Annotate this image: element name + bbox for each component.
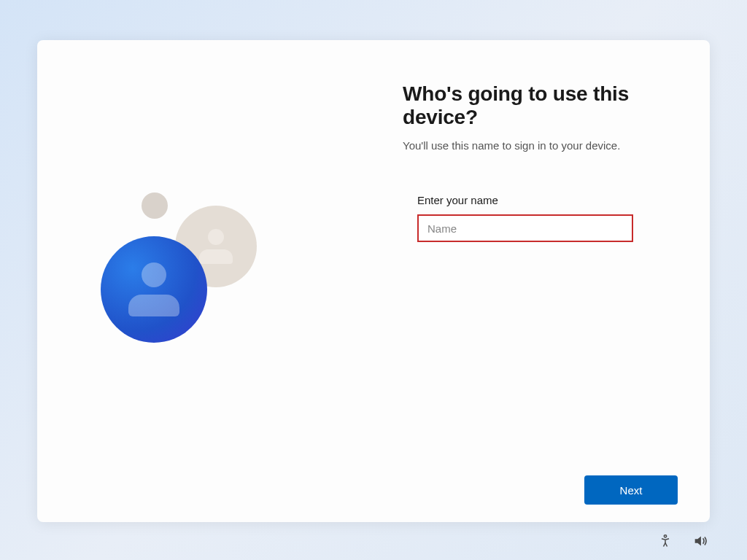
page-title: Who's going to use this device?	[403, 82, 681, 129]
decorative-circle-small	[142, 192, 168, 219]
system-tray	[657, 532, 709, 550]
accessibility-icon[interactable]	[657, 532, 674, 550]
name-input[interactable]	[417, 214, 633, 242]
next-button[interactable]: Next	[584, 475, 678, 505]
name-field-label: Enter your name	[417, 194, 681, 206]
illustration-pane	[37, 40, 374, 522]
user-illustration	[96, 179, 315, 384]
volume-icon[interactable]	[692, 532, 709, 550]
form-pane: Who's going to use this device? You'll u…	[374, 40, 710, 522]
setup-card: Who's going to use this device? You'll u…	[37, 40, 710, 522]
page-subtitle: You'll use this name to sign in to your …	[403, 139, 681, 152]
name-form-group: Enter your name	[403, 194, 681, 242]
decorative-avatar-large	[101, 236, 207, 343]
svg-point-0	[664, 535, 666, 537]
